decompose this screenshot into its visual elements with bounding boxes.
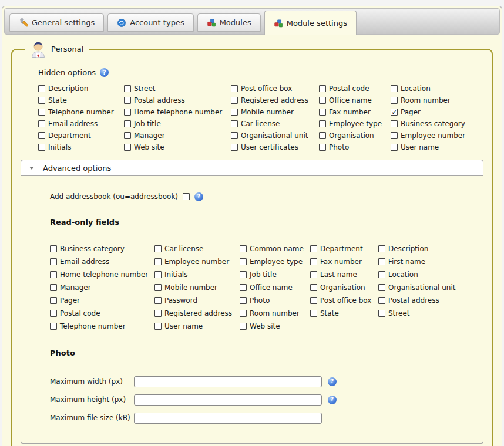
checkbox-option-postal-code[interactable]: Postal code: [50, 307, 154, 320]
checkbox-option-street[interactable]: Street: [124, 83, 231, 94]
checkbox[interactable]: [391, 97, 398, 104]
checkbox[interactable]: [50, 284, 57, 291]
checkbox[interactable]: [38, 120, 45, 127]
checkbox[interactable]: [231, 132, 238, 139]
checkbox[interactable]: [50, 245, 57, 252]
checkbox[interactable]: [231, 120, 238, 127]
checkbox-option-fax-number[interactable]: Fax number: [310, 255, 378, 268]
checkbox-option-room-number[interactable]: Room number: [240, 307, 310, 320]
checkbox[interactable]: [319, 97, 326, 104]
checkbox-option-state[interactable]: State: [38, 94, 124, 106]
checkbox-option-pager[interactable]: ✓Pager: [391, 106, 465, 118]
checkbox[interactable]: [50, 258, 57, 265]
checkbox-option-description[interactable]: Description: [378, 242, 455, 255]
checkbox[interactable]: [154, 323, 162, 330]
checkbox[interactable]: [319, 109, 326, 116]
checkbox-option-telephone-number[interactable]: Telephone number: [38, 106, 124, 118]
checkbox-option-postal-code[interactable]: Postal code: [319, 83, 391, 94]
checkbox[interactable]: [319, 85, 326, 92]
checkbox[interactable]: [240, 297, 247, 304]
checkbox-option-car-license[interactable]: Car license: [154, 242, 240, 255]
checkbox[interactable]: [378, 284, 385, 291]
checkbox-option-department[interactable]: Department: [38, 130, 124, 141]
checkbox[interactable]: [310, 258, 317, 265]
checkbox[interactable]: [50, 271, 57, 278]
checkbox-option-user-name[interactable]: User name: [154, 320, 240, 333]
checkbox[interactable]: [310, 284, 317, 291]
maximum-file-size-kb--input[interactable]: [134, 413, 322, 424]
checkbox[interactable]: [154, 245, 162, 252]
tab-general-settings[interactable]: General settings: [9, 13, 104, 32]
checkbox-option-organisation[interactable]: Organisation: [310, 281, 378, 294]
checkbox-option-organisation[interactable]: Organisation: [319, 130, 391, 141]
checkbox[interactable]: [240, 271, 247, 278]
checkbox-option-email-address[interactable]: Email address: [50, 255, 154, 268]
checkbox[interactable]: [231, 144, 238, 151]
checkbox-option-last-name[interactable]: Last name: [310, 268, 378, 281]
tab-modules[interactable]: Modules: [197, 13, 261, 32]
addressbook-checkbox[interactable]: [183, 193, 190, 200]
checkbox-option-post-office-box[interactable]: Post office box: [231, 83, 319, 94]
checkbox-option-initials[interactable]: Initials: [38, 141, 124, 153]
help-icon[interactable]: ?: [328, 377, 337, 386]
checkbox[interactable]: [240, 310, 247, 317]
tab-account-types[interactable]: Account types: [107, 13, 193, 32]
checkbox-option-photo[interactable]: Photo: [240, 294, 310, 307]
checkbox[interactable]: [319, 144, 326, 151]
checkbox-option-web-site[interactable]: Web site: [124, 141, 231, 153]
checkbox-option-car-license[interactable]: Car license: [231, 118, 319, 130]
checkbox[interactable]: [231, 109, 238, 116]
checkbox[interactable]: [154, 258, 162, 265]
checkbox-option-business-category[interactable]: Business category: [50, 242, 154, 255]
checkbox-option-telephone-number[interactable]: Telephone number: [50, 320, 154, 333]
checkbox[interactable]: [391, 120, 398, 127]
checkbox[interactable]: [124, 109, 131, 116]
checkbox-option-web-site[interactable]: Web site: [240, 320, 310, 333]
checkbox-option-description[interactable]: Description: [38, 83, 124, 94]
checkbox-option-state[interactable]: State: [310, 307, 378, 320]
checkbox[interactable]: [50, 310, 57, 317]
checkbox[interactable]: [124, 132, 131, 139]
checkbox[interactable]: [124, 120, 131, 127]
checkbox[interactable]: ✓: [391, 109, 398, 116]
checkbox-option-mobile-number[interactable]: Mobile number: [154, 281, 240, 294]
checkbox[interactable]: [124, 97, 131, 104]
maximum-width-px--input[interactable]: [134, 376, 322, 387]
checkbox-option-fax-number[interactable]: Fax number: [319, 106, 391, 118]
checkbox[interactable]: [391, 85, 398, 92]
checkbox[interactable]: [154, 310, 162, 317]
checkbox[interactable]: [38, 85, 45, 92]
checkbox[interactable]: [124, 85, 131, 92]
checkbox-option-street[interactable]: Street: [378, 307, 455, 320]
checkbox[interactable]: [391, 132, 398, 139]
checkbox[interactable]: [378, 258, 385, 265]
checkbox-option-office-name[interactable]: Office name: [319, 94, 391, 106]
checkbox[interactable]: [38, 144, 45, 151]
checkbox-option-registered-address[interactable]: Registered address: [154, 307, 240, 320]
checkbox[interactable]: [310, 310, 317, 317]
checkbox[interactable]: [310, 297, 317, 304]
checkbox-option-postal-address[interactable]: Postal address: [124, 94, 231, 106]
checkbox-option-home-telephone-number[interactable]: Home telephone number: [50, 268, 154, 281]
checkbox-option-location[interactable]: Location: [378, 268, 455, 281]
checkbox-option-postal-address[interactable]: Postal address: [378, 294, 455, 307]
checkbox[interactable]: [231, 85, 238, 92]
checkbox[interactable]: [378, 271, 385, 278]
checkbox[interactable]: [391, 144, 398, 151]
checkbox-option-photo[interactable]: Photo: [319, 141, 391, 153]
checkbox[interactable]: [378, 310, 385, 317]
checkbox-option-organisational-unit[interactable]: Organisational unit: [231, 130, 319, 141]
checkbox[interactable]: [240, 245, 247, 252]
checkbox[interactable]: [154, 297, 162, 304]
checkbox-option-employee-type[interactable]: Employee type: [240, 255, 310, 268]
checkbox[interactable]: [310, 245, 317, 252]
checkbox[interactable]: [240, 284, 247, 291]
checkbox[interactable]: [231, 97, 238, 104]
checkbox-option-email-address[interactable]: Email address: [38, 118, 124, 130]
checkbox-option-manager[interactable]: Manager: [124, 130, 231, 141]
checkbox[interactable]: [319, 120, 326, 127]
checkbox[interactable]: [378, 297, 385, 304]
checkbox-option-room-number[interactable]: Room number: [391, 94, 465, 106]
checkbox-option-organisational-unit[interactable]: Organisational unit: [378, 281, 455, 294]
checkbox[interactable]: [124, 144, 131, 151]
